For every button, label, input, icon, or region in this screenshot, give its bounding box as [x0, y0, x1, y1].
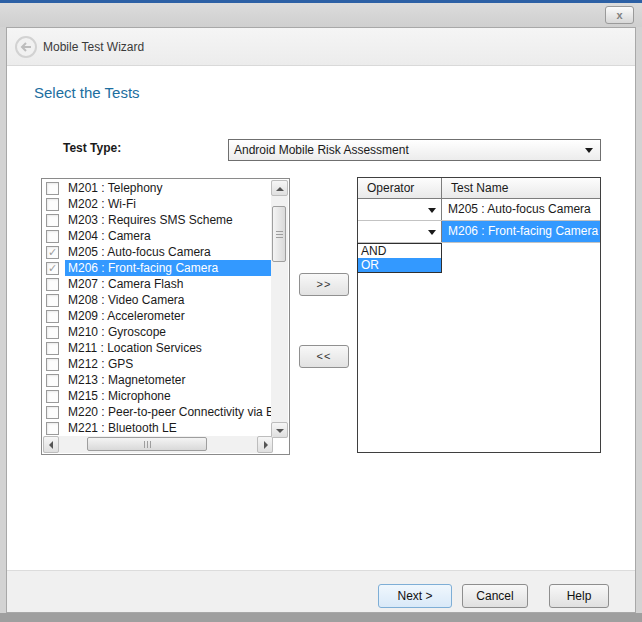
- horizontal-scrollbar[interactable]: [43, 436, 273, 453]
- wizard-title: Mobile Test Wizard: [43, 28, 144, 66]
- dialog-footer: Next > Cancel Help: [7, 570, 635, 612]
- test-type-value: Android Mobile Risk Assessment: [234, 143, 409, 157]
- table-row[interactable]: M206 : Front-facing Camera: [358, 221, 600, 243]
- test-list-item[interactable]: M209 : Accelerometer: [43, 308, 272, 324]
- test-label: M206 : Front-facing Camera: [65, 260, 272, 276]
- window-bottom-edge: [0, 613, 642, 622]
- operator-option[interactable]: AND: [358, 244, 441, 258]
- operator-dropdown-list: ANDOR: [357, 243, 442, 273]
- test-checkbox[interactable]: [46, 310, 59, 323]
- operator-option[interactable]: OR: [358, 258, 441, 272]
- remove-tests-button[interactable]: <<: [299, 345, 349, 368]
- test-name-cell[interactable]: M206 : Front-facing Camera: [442, 221, 600, 242]
- column-header-operator: Operator: [358, 178, 442, 198]
- test-checkbox[interactable]: [46, 182, 59, 195]
- wizard-window: x Mobile Test Wizard Select the Tests Te…: [0, 0, 642, 622]
- scroll-down-icon: [276, 429, 284, 433]
- test-checkbox[interactable]: [46, 326, 59, 339]
- window-titlebar[interactable]: x: [0, 3, 642, 27]
- test-checkbox[interactable]: [46, 214, 59, 227]
- test-checkbox[interactable]: [46, 262, 59, 275]
- test-list-item[interactable]: M215 : Microphone: [43, 388, 272, 404]
- chevron-down-icon: [585, 148, 593, 153]
- test-name-cell[interactable]: M205 : Auto-focus Camera: [442, 199, 600, 220]
- scroll-left-icon: [49, 441, 53, 449]
- wizard-header: Mobile Test Wizard: [7, 28, 635, 66]
- test-checkbox[interactable]: [46, 390, 59, 403]
- scroll-right-button[interactable]: [257, 436, 273, 453]
- test-label: M212 : GPS: [65, 356, 272, 372]
- test-list-item[interactable]: M210 : Gyroscope: [43, 324, 272, 340]
- test-list-item[interactable]: M208 : Video Camera: [43, 292, 272, 308]
- operator-cell[interactable]: [358, 199, 442, 220]
- test-list-item[interactable]: M213 : Magnetometer: [43, 372, 272, 388]
- test-label: M203 : Requires SMS Scheme: [65, 212, 272, 228]
- test-checkbox[interactable]: [46, 406, 59, 419]
- back-arrow-icon: [20, 42, 32, 52]
- selected-tests-grid: Operator Test Name M205 : Auto-focus Cam…: [357, 177, 601, 453]
- next-button[interactable]: Next >: [378, 584, 452, 608]
- test-list-item[interactable]: M206 : Front-facing Camera: [43, 260, 272, 276]
- operator-dropdown-icon[interactable]: [425, 225, 439, 239]
- scroll-left-button[interactable]: [43, 436, 59, 453]
- test-checkbox[interactable]: [46, 230, 59, 243]
- test-list-item[interactable]: M201 : Telephony: [43, 180, 272, 196]
- close-icon[interactable]: x: [605, 6, 634, 24]
- test-list-item[interactable]: M212 : GPS: [43, 356, 272, 372]
- test-label: M208 : Video Camera: [65, 292, 272, 308]
- add-tests-button[interactable]: >>: [299, 273, 349, 296]
- operator-dropdown-icon[interactable]: [425, 203, 439, 217]
- test-label: M213 : Magnetometer: [65, 372, 272, 388]
- test-label: M205 : Auto-focus Camera: [65, 244, 272, 260]
- test-checkbox[interactable]: [46, 422, 59, 435]
- page-title: Select the Tests: [34, 84, 140, 101]
- test-checkbox[interactable]: [46, 198, 59, 211]
- available-tests-panel: M201 : TelephonyM202 : Wi-FiM203 : Requi…: [41, 178, 290, 455]
- test-label: M211 : Location Services: [65, 340, 272, 356]
- test-list-item[interactable]: M204 : Camera: [43, 228, 272, 244]
- test-label: M201 : Telephony: [65, 180, 272, 196]
- test-list-item[interactable]: M211 : Location Services: [43, 340, 272, 356]
- scroll-right-icon: [264, 441, 268, 449]
- table-row[interactable]: M205 : Auto-focus Camera: [358, 199, 600, 221]
- test-label: M202 : Wi-Fi: [65, 196, 272, 212]
- test-checkbox[interactable]: [46, 278, 59, 291]
- test-list-item[interactable]: M205 : Auto-focus Camera: [43, 244, 272, 260]
- test-list-item[interactable]: M221 : Bluetooth LE: [43, 420, 272, 436]
- column-header-test-name: Test Name: [442, 178, 600, 198]
- test-label: M210 : Gyroscope: [65, 324, 272, 340]
- help-button[interactable]: Help: [549, 584, 609, 608]
- available-tests-list: M201 : TelephonyM202 : Wi-FiM203 : Requi…: [43, 180, 272, 438]
- grid-rows: M205 : Auto-focus CameraM206 : Front-fac…: [358, 199, 600, 243]
- operator-cell[interactable]: [358, 221, 442, 242]
- test-label: M209 : Accelerometer: [65, 308, 272, 324]
- test-label: M215 : Microphone: [65, 388, 272, 404]
- test-checkbox[interactable]: [46, 374, 59, 387]
- horizontal-scrollbar-thumb[interactable]: [87, 437, 207, 451]
- test-label: M204 : Camera: [65, 228, 272, 244]
- test-label: M220 : Peer-to-peer Connectivity via Blu…: [65, 404, 272, 420]
- test-list-item[interactable]: M203 : Requires SMS Scheme: [43, 212, 272, 228]
- vertical-scrollbar[interactable]: [271, 180, 288, 438]
- wizard-dialog: Mobile Test Wizard Select the Tests Test…: [6, 27, 636, 613]
- back-button[interactable]: [15, 36, 37, 58]
- test-type-label: Test Type:: [63, 141, 121, 155]
- test-checkbox[interactable]: [46, 358, 59, 371]
- test-label: M221 : Bluetooth LE: [65, 420, 272, 436]
- scroll-down-button[interactable]: [271, 422, 288, 438]
- cancel-button[interactable]: Cancel: [462, 584, 528, 608]
- test-list-item[interactable]: M207 : Camera Flash: [43, 276, 272, 292]
- vertical-scrollbar-thumb[interactable]: [272, 206, 286, 262]
- test-label: M207 : Camera Flash: [65, 276, 272, 292]
- test-checkbox[interactable]: [46, 342, 59, 355]
- scroll-up-icon: [276, 187, 284, 191]
- test-list-item[interactable]: M202 : Wi-Fi: [43, 196, 272, 212]
- test-checkbox[interactable]: [46, 294, 59, 307]
- test-type-select[interactable]: Android Mobile Risk Assessment: [228, 139, 601, 161]
- test-checkbox[interactable]: [46, 246, 59, 259]
- scroll-up-button[interactable]: [271, 180, 288, 196]
- test-list-item[interactable]: M220 : Peer-to-peer Connectivity via Blu…: [43, 404, 272, 420]
- grid-header: Operator Test Name: [358, 178, 600, 199]
